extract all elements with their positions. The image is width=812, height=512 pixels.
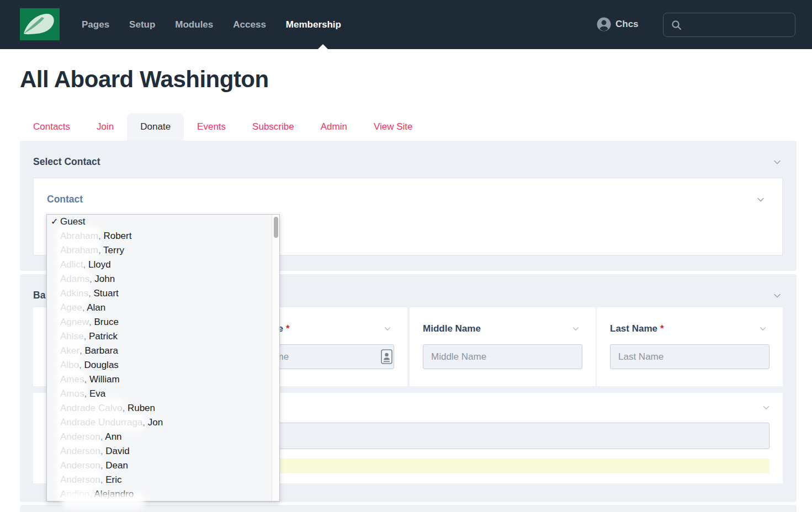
search-input[interactable] [686,20,786,30]
middle-name-field-card: Middle Name [410,307,596,386]
search-icon [671,20,682,30]
last-name-field-card: Last Name* [597,307,783,386]
contact-select-dropdown: ✓Guest Abraham, Robert Abraham, Terry Ad… [46,214,280,502]
last-name-input[interactable] [610,344,769,369]
nav-item-membership[interactable]: Membership [286,19,341,30]
nav-item-access[interactable]: Access [233,19,266,30]
nav-item-pages[interactable]: Pages [82,19,109,30]
redaction-smudge [62,493,145,509]
top-navigation-bar: Pages Setup Modules Access Membership Ch… [0,0,812,49]
active-nav-pointer [318,44,328,49]
tab-join[interactable]: Join [83,113,127,141]
user-menu[interactable]: Chcs [597,17,639,31]
chevron-down-icon[interactable] [383,324,392,333]
middle-name-input[interactable] [423,344,582,369]
last-name-label: Last Name* [610,323,664,334]
tab-subscribe[interactable]: Subscribe [239,113,307,141]
middle-name-label: Middle Name [423,323,481,334]
site-logo[interactable] [20,8,60,40]
nav-item-modules[interactable]: Modules [175,19,213,30]
tab-events[interactable]: Events [184,113,239,141]
chevron-down-icon[interactable] [756,195,766,205]
basic-info-title: Ba [33,290,45,301]
required-asterisk: * [660,323,664,334]
chevron-down-icon[interactable] [758,324,767,333]
contact-option-list: ✓Guest Abraham, Robert Abraham, Terry Ad… [47,215,272,501]
tab-donate[interactable]: Donate [127,113,184,141]
chevron-down-icon[interactable] [571,324,580,333]
chevron-down-icon[interactable] [762,403,771,412]
contact-option[interactable]: Aker, Barbara [47,344,272,358]
check-icon: ✓ [51,215,58,229]
chevron-down-icon[interactable] [772,157,782,167]
contact-autofill-icon[interactable] [381,349,392,364]
scrollbar-thumb[interactable] [274,217,278,238]
dropdown-scrollbar[interactable] [272,215,279,501]
select-contact-title: Select Contact [33,156,100,168]
user-avatar-icon [597,17,611,31]
main-nav: Pages Setup Modules Access Membership [82,0,341,49]
required-asterisk: * [286,323,290,334]
chevron-down-icon[interactable] [772,291,782,301]
contact-option[interactable]: Ahlse, Patrick [47,329,272,344]
nav-item-setup[interactable]: Setup [129,19,155,30]
user-name: Chcs [615,19,639,30]
donate-page: Pages Setup Modules Access Membership Ch… [0,0,812,512]
tab-view-site[interactable]: View Site [360,113,426,141]
tab-contacts[interactable]: Contacts [20,113,83,141]
page-title: All Aboard Washington [20,66,269,93]
contact-field-label: Contact [47,194,83,205]
global-search[interactable] [663,13,795,37]
tab-admin[interactable]: Admin [307,113,360,141]
section-tabs: Contacts Join Donate Events Subscribe Ad… [20,113,426,141]
